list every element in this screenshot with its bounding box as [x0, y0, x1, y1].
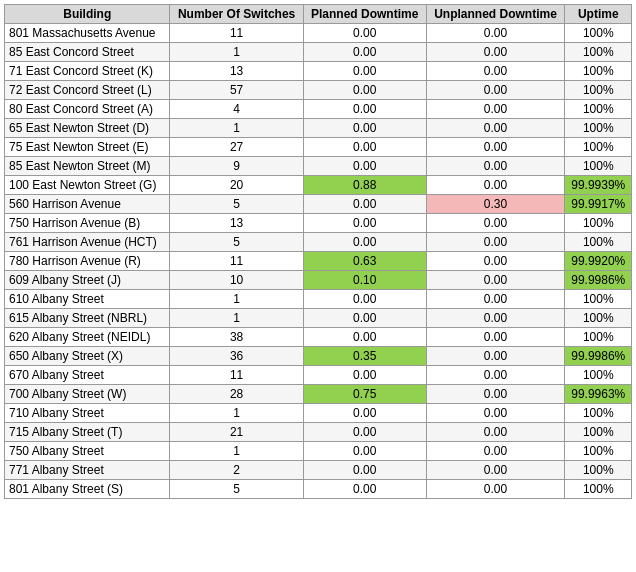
- cell-planned: 0.00: [303, 138, 426, 157]
- table-row: 75 East Newton Street (E)270.000.00100%: [5, 138, 632, 157]
- table-row: 715 Albany Street (T)210.000.00100%: [5, 423, 632, 442]
- col-header-uptime: Uptime: [565, 5, 632, 24]
- cell-unplanned: 0.00: [426, 43, 565, 62]
- cell-uptime: 100%: [565, 328, 632, 347]
- cell-planned: 0.00: [303, 100, 426, 119]
- cell-unplanned: 0.00: [426, 119, 565, 138]
- cell-switches: 1: [170, 404, 303, 423]
- cell-unplanned: 0.00: [426, 62, 565, 81]
- cell-unplanned: 0.00: [426, 309, 565, 328]
- cell-unplanned: 0.00: [426, 214, 565, 233]
- cell-unplanned: 0.30: [426, 195, 565, 214]
- cell-building: 71 East Concord Street (K): [5, 62, 170, 81]
- table-row: 761 Harrison Avenue (HCT)50.000.00100%: [5, 233, 632, 252]
- cell-switches: 1: [170, 309, 303, 328]
- col-header-switches: Number Of Switches: [170, 5, 303, 24]
- cell-planned: 0.75: [303, 385, 426, 404]
- cell-switches: 28: [170, 385, 303, 404]
- cell-uptime: 99.9917%: [565, 195, 632, 214]
- switches-table: Building Number Of Switches Planned Down…: [4, 4, 632, 499]
- cell-uptime: 100%: [565, 442, 632, 461]
- table-row: 100 East Newton Street (G)200.880.0099.9…: [5, 176, 632, 195]
- cell-unplanned: 0.00: [426, 233, 565, 252]
- cell-uptime: 100%: [565, 423, 632, 442]
- cell-switches: 4: [170, 100, 303, 119]
- cell-planned: 0.00: [303, 328, 426, 347]
- cell-unplanned: 0.00: [426, 271, 565, 290]
- cell-switches: 13: [170, 62, 303, 81]
- cell-unplanned: 0.00: [426, 24, 565, 43]
- cell-unplanned: 0.00: [426, 366, 565, 385]
- cell-switches: 38: [170, 328, 303, 347]
- cell-planned: 0.00: [303, 423, 426, 442]
- cell-unplanned: 0.00: [426, 480, 565, 499]
- cell-planned: 0.00: [303, 461, 426, 480]
- cell-switches: 1: [170, 442, 303, 461]
- cell-planned: 0.00: [303, 309, 426, 328]
- cell-switches: 1: [170, 43, 303, 62]
- cell-planned: 0.00: [303, 442, 426, 461]
- cell-unplanned: 0.00: [426, 81, 565, 100]
- cell-switches: 36: [170, 347, 303, 366]
- cell-planned: 0.00: [303, 404, 426, 423]
- col-header-building: Building: [5, 5, 170, 24]
- cell-building: 750 Albany Street: [5, 442, 170, 461]
- cell-planned: 0.00: [303, 195, 426, 214]
- cell-building: 780 Harrison Avenue (R): [5, 252, 170, 271]
- cell-uptime: 100%: [565, 233, 632, 252]
- table-row: 85 East Concord Street10.000.00100%: [5, 43, 632, 62]
- cell-unplanned: 0.00: [426, 176, 565, 195]
- cell-uptime: 100%: [565, 138, 632, 157]
- cell-planned: 0.88: [303, 176, 426, 195]
- table-row: 80 East Concord Street (A)40.000.00100%: [5, 100, 632, 119]
- cell-planned: 0.00: [303, 119, 426, 138]
- table-row: 801 Albany Street (S)50.000.00100%: [5, 480, 632, 499]
- cell-uptime: 100%: [565, 480, 632, 499]
- cell-building: 65 East Newton Street (D): [5, 119, 170, 138]
- table-row: 610 Albany Street10.000.00100%: [5, 290, 632, 309]
- cell-switches: 57: [170, 81, 303, 100]
- cell-building: 85 East Newton Street (M): [5, 157, 170, 176]
- cell-switches: 11: [170, 24, 303, 43]
- cell-uptime: 100%: [565, 119, 632, 138]
- cell-building: 771 Albany Street: [5, 461, 170, 480]
- cell-planned: 0.00: [303, 43, 426, 62]
- cell-switches: 5: [170, 233, 303, 252]
- cell-uptime: 100%: [565, 366, 632, 385]
- col-header-unplanned: Unplanned Downtime: [426, 5, 565, 24]
- table-row: 650 Albany Street (X)360.350.0099.9986%: [5, 347, 632, 366]
- cell-planned: 0.00: [303, 480, 426, 499]
- table-row: 615 Albany Street (NBRL)10.000.00100%: [5, 309, 632, 328]
- cell-building: 85 East Concord Street: [5, 43, 170, 62]
- table-row: 750 Harrison Avenue (B)130.000.00100%: [5, 214, 632, 233]
- cell-uptime: 100%: [565, 309, 632, 328]
- table-row: 771 Albany Street20.000.00100%: [5, 461, 632, 480]
- cell-uptime: 99.9939%: [565, 176, 632, 195]
- cell-unplanned: 0.00: [426, 157, 565, 176]
- cell-uptime: 100%: [565, 290, 632, 309]
- cell-unplanned: 0.00: [426, 385, 565, 404]
- table-row: 560 Harrison Avenue50.000.3099.9917%: [5, 195, 632, 214]
- cell-building: 650 Albany Street (X): [5, 347, 170, 366]
- cell-building: 801 Albany Street (S): [5, 480, 170, 499]
- cell-switches: 21: [170, 423, 303, 442]
- cell-building: 750 Harrison Avenue (B): [5, 214, 170, 233]
- cell-uptime: 100%: [565, 62, 632, 81]
- cell-unplanned: 0.00: [426, 252, 565, 271]
- table-row: 72 East Concord Street (L)570.000.00100%: [5, 81, 632, 100]
- cell-switches: 10: [170, 271, 303, 290]
- cell-uptime: 99.9963%: [565, 385, 632, 404]
- cell-planned: 0.00: [303, 24, 426, 43]
- cell-uptime: 100%: [565, 100, 632, 119]
- col-header-planned: Planned Downtime: [303, 5, 426, 24]
- table-row: 700 Albany Street (W)280.750.0099.9963%: [5, 385, 632, 404]
- cell-switches: 1: [170, 119, 303, 138]
- table-row: 85 East Newton Street (M)90.000.00100%: [5, 157, 632, 176]
- cell-building: 615 Albany Street (NBRL): [5, 309, 170, 328]
- table-row: 620 Albany Street (NEIDL)380.000.00100%: [5, 328, 632, 347]
- table-row: 780 Harrison Avenue (R)110.630.0099.9920…: [5, 252, 632, 271]
- cell-building: 700 Albany Street (W): [5, 385, 170, 404]
- cell-building: 560 Harrison Avenue: [5, 195, 170, 214]
- cell-planned: 0.00: [303, 233, 426, 252]
- cell-uptime: 99.9986%: [565, 347, 632, 366]
